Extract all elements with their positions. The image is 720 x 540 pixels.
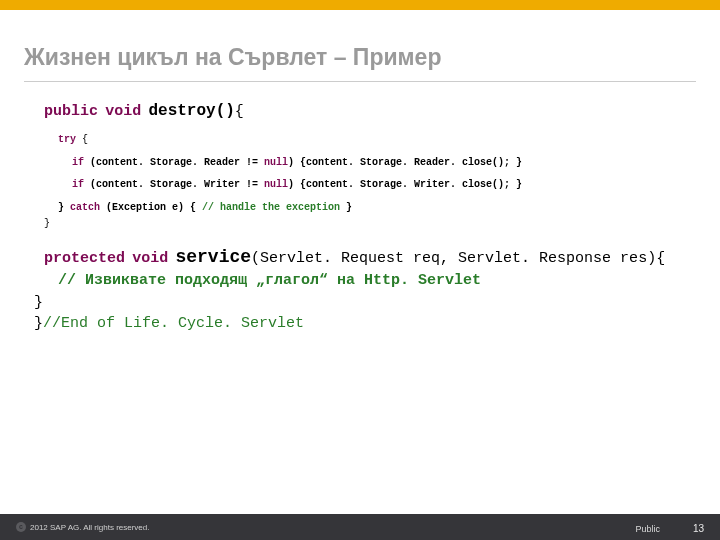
code-line: protected void service(Servlet. Request … <box>24 244 696 270</box>
code-line: } catch (Exception e) { // handle the ex… <box>24 201 696 216</box>
code-line: } <box>24 217 696 232</box>
comment: // handle the exception <box>202 202 340 213</box>
keyword-null: null <box>264 157 288 168</box>
keyword-null: null <box>264 179 288 190</box>
cond: (content. Storage. Reader != <box>84 157 264 168</box>
classification-label: Public <box>635 524 660 534</box>
code-block: public void destroy(){ try { if (content… <box>24 100 696 335</box>
brace: } <box>34 294 43 311</box>
keyword-if: if <box>72 157 84 168</box>
code-line: public void destroy(){ <box>24 100 696 123</box>
copyright-icon: c <box>16 522 26 532</box>
code-line: // Извиквате подходящ „глагол“ на Http. … <box>24 270 696 292</box>
footer-bar: c 2012 SAP AG. All rights reserved. Publ… <box>0 514 720 540</box>
copyright-text: 2012 SAP AG. All rights reserved. <box>30 523 149 532</box>
keyword-catch: catch <box>70 202 100 213</box>
brace: } <box>58 202 70 213</box>
args: (Exception e) { <box>100 202 202 213</box>
code-line: if (content. Storage. Reader != null) {c… <box>24 156 696 171</box>
cond: (content. Storage. Writer != <box>84 179 264 190</box>
code-line: if (content. Storage. Writer != null) {c… <box>24 178 696 193</box>
keyword-if: if <box>72 179 84 190</box>
accent-bar <box>0 0 720 10</box>
brace: } <box>44 218 50 229</box>
keyword-protected: protected <box>44 250 125 267</box>
brace: { <box>235 103 244 120</box>
comment: // Извиквате подходящ „глагол“ на Http. … <box>58 272 481 289</box>
method-name: destroy() <box>148 102 234 120</box>
keyword-void: void <box>105 103 141 120</box>
slide-body: Жизнен цикъл на Сървлет – Пример public … <box>0 10 720 335</box>
brace: } <box>340 202 352 213</box>
page-number: 13 <box>693 523 704 534</box>
brace: { <box>76 134 88 145</box>
code-line: try { <box>24 133 696 148</box>
code-line: } <box>24 292 696 314</box>
stmt: ) {content. Storage. Reader. close(); } <box>288 157 522 168</box>
stmt: ) {content. Storage. Writer. close(); } <box>288 179 522 190</box>
copyright: c 2012 SAP AG. All rights reserved. <box>0 522 149 532</box>
keyword-void: void <box>132 250 168 267</box>
args: (Servlet. Request req, Servlet. Response… <box>251 250 665 267</box>
keyword-public: public <box>44 103 98 120</box>
method-name: service <box>175 247 251 267</box>
divider <box>24 81 696 82</box>
page-title: Жизнен цикъл на Сървлет – Пример <box>24 44 696 71</box>
brace: } <box>34 315 43 332</box>
comment: //End of Life. Cycle. Servlet <box>43 315 304 332</box>
code-line: }//End of Life. Cycle. Servlet <box>24 313 696 335</box>
keyword-try: try <box>58 134 76 145</box>
